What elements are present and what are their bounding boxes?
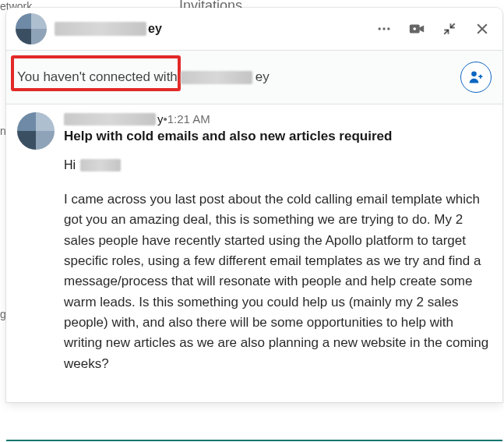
redacted-name [55, 22, 146, 36]
conversation-header[interactable]: ey [6, 8, 502, 50]
avatar[interactable] [16, 13, 47, 44]
connect-button[interactable] [460, 62, 492, 93]
svg-point-2 [387, 27, 389, 30]
message-row: y • 1:21 AM Help with cold emails and al… [6, 104, 502, 402]
connection-notice: You haven't connected with ey [6, 50, 502, 104]
svg-point-1 [382, 27, 385, 30]
close-button[interactable] [473, 19, 492, 38]
video-call-button[interactable] [407, 19, 426, 38]
svg-point-6 [471, 72, 477, 77]
redacted-name [181, 71, 252, 84]
svg-point-0 [379, 27, 381, 30]
redacted-name [64, 113, 156, 126]
notice-text-prefix: You haven't connected with [17, 69, 178, 85]
collapse-button[interactable] [440, 19, 459, 38]
svg-rect-5 [413, 28, 416, 30]
notice-name-suffix: ey [256, 69, 270, 85]
avatar[interactable] [17, 112, 55, 150]
redacted-name [80, 159, 121, 171]
name-suffix: ey [148, 22, 162, 36]
message-paragraph: I came across you last post about the co… [64, 189, 492, 374]
greeting-text: Hi [64, 158, 76, 172]
background-edge-letter: n [0, 125, 6, 137]
message-meta: y • 1:21 AM [64, 112, 492, 126]
background-edge-letter: g [0, 308, 6, 320]
message-panel: ey You haven't connected with ey [6, 8, 502, 402]
panel-bottom-border [6, 440, 502, 441]
conversation-title[interactable]: ey [55, 22, 375, 36]
message-body: Hi I came across you last post about the… [64, 158, 492, 374]
more-options-button[interactable] [375, 19, 393, 38]
message-subject: Help with cold emails and also new artic… [64, 129, 492, 144]
message-time: 1:21 AM [167, 112, 210, 126]
sender-suffix: y [157, 112, 164, 126]
sender-name[interactable]: y [64, 112, 164, 126]
